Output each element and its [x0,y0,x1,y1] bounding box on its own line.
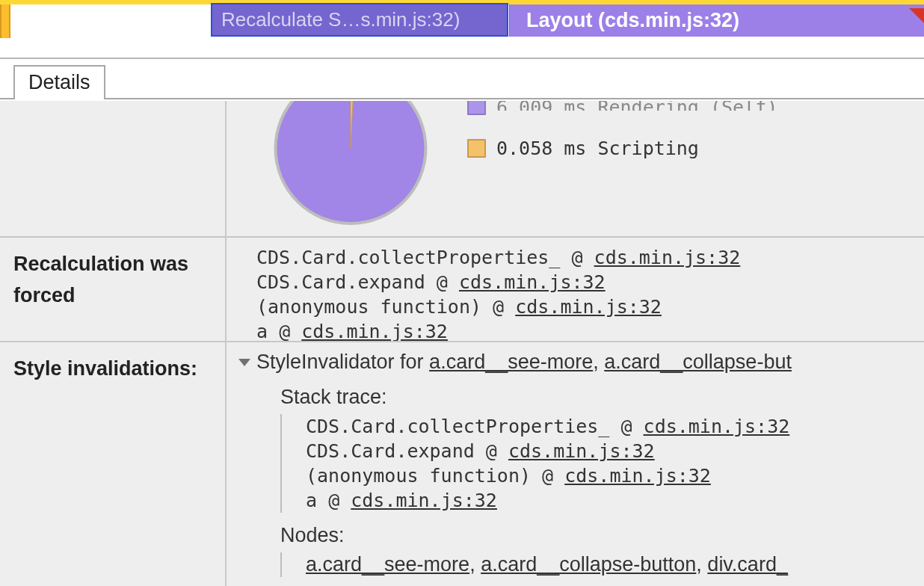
warning-icon [909,8,924,23]
label-recalculation-forced: Recalculation was forced [0,238,225,341]
stack-frame: (anonymous function) @ cds.min.js:32 [256,294,924,319]
source-link[interactable]: cds.min.js:32 [301,321,448,342]
stack-trace-heading: Stack trace: [280,385,924,410]
node-link[interactable]: div.card_ [707,553,788,576]
invalidator-header-prefix: StyleInvalidator for [256,351,429,373]
node-link[interactable]: a.card__collapse-but [604,351,792,373]
pie-legend: 6.009 ms Rendering (Self) 0.058 ms Scrip… [467,101,777,182]
chevron-down-icon[interactable] [238,359,250,366]
legend-item-scripting: 0.058 ms Scripting [467,139,777,158]
stack-frame: a @ cds.min.js:32 [306,488,924,513]
source-link[interactable]: cds.min.js:32 [594,247,741,268]
source-link[interactable]: cds.min.js:32 [508,440,655,462]
stack-frame: (anonymous function) @ cds.min.js:32 [306,463,924,488]
nodes-heading: Nodes: [280,523,924,548]
time-pie-chart [251,101,450,228]
recalc-stack: CDS.Card.collectProperties_ @ cds.min.js… [225,238,924,341]
flame-event-scripting[interactable] [0,4,10,38]
row-recalculation-forced: Recalculation was forced CDS.Card.collec… [0,236,924,341]
source-link[interactable]: cds.min.js:32 [459,271,606,293]
legend-text-rendering: 6.009 ms Rendering (Self) [496,101,777,111]
details-panel: 6.009 ms Rendering (Self) 0.058 ms Scrip… [0,101,924,586]
flame-event-layout-label: Layout (cds.min.js:32) [526,9,739,31]
details-tab-bar: Details [0,58,924,99]
legend-text-scripting: 0.058 ms Scripting [496,139,699,158]
invalidator-stack: CDS.Card.collectProperties_ @ cds.min.js… [280,414,924,513]
swatch-yellow [467,139,486,158]
stack-frame: CDS.Card.expand @ cds.min.js:32 [306,439,924,463]
node-link[interactable]: a.card__see-more [306,553,469,576]
source-link[interactable]: cds.min.js:32 [515,296,662,318]
label-style-invalidations: Style invalidations: [0,342,225,586]
row-style-invalidations: Style invalidations: StyleInvalidator fo… [0,341,924,586]
source-link[interactable]: cds.min.js:32 [564,465,711,487]
swatch-purple [467,101,486,115]
source-link[interactable]: cds.min.js:32 [351,490,497,511]
flame-event-recalculate-style[interactable]: Recalculate S…s.min.js:32) [211,3,508,37]
legend-item-rendering: 6.009 ms Rendering (Self) [467,101,777,115]
flame-event-layout[interactable]: Layout (cds.min.js:32) [509,4,924,37]
style-invalidations-body: StyleInvalidator for a.card__see-more, a… [225,342,924,586]
node-link[interactable]: a.card__see-more [429,351,593,373]
node-link[interactable]: a.card__collapse-button [481,553,696,576]
stack-frame: CDS.Card.expand @ cds.min.js:32 [256,270,924,294]
stack-frame: CDS.Card.collectProperties_ @ cds.min.js… [306,414,924,439]
tab-details[interactable]: Details [13,65,105,99]
invalidator-tree-item[interactable]: StyleInvalidator for a.card__see-more, a… [238,350,924,374]
invalidated-nodes: a.card__see-more, a.card__collapse-butto… [280,552,924,577]
aggregated-time-row: 6.009 ms Rendering (Self) 0.058 ms Scrip… [0,101,924,236]
stack-frame: CDS.Card.collectProperties_ @ cds.min.js… [256,245,924,270]
flame-chart-strip: Recalculate S…s.min.js:32) Layout (cds.m… [0,0,924,58]
source-link[interactable]: cds.min.js:32 [644,416,790,437]
